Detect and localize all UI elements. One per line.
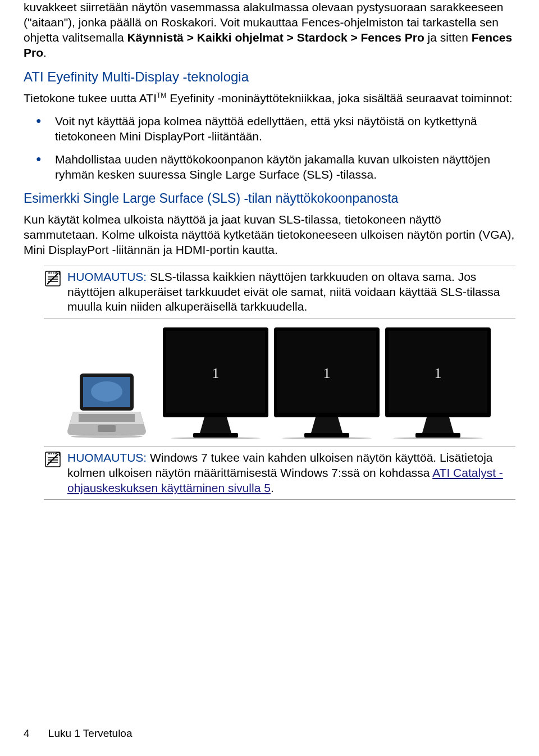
note-label-1: HUOMAUTUS: — [67, 270, 147, 283]
svg-point-3 — [91, 381, 122, 402]
sls-paragraph: Kun käytät kolmea ulkoista näyttöä ja ja… — [24, 212, 515, 258]
chapter-label: Luku 1 Tervetuloa — [48, 727, 133, 739]
page-footer: 4 Luku 1 Tervetuloa — [24, 727, 133, 740]
tech-text-b: Eyefinity -moninäyttötekniikkaa, joka si… — [166, 92, 512, 104]
svg-point-18 — [393, 438, 483, 439]
monitor-label: 1 — [435, 365, 442, 381]
intro-paragraph: kuvakkeet siirretään näytön vasemmassa a… — [24, 0, 515, 61]
svg-rect-13 — [304, 433, 349, 438]
tech-paragraph: Tietokone tukee uutta ATITM Eyefinity -m… — [24, 91, 515, 106]
note-icon — [44, 270, 62, 288]
monitor-3: 1 — [384, 326, 492, 439]
svg-rect-17 — [415, 433, 460, 438]
intro-text-mid: ja sitten — [424, 31, 472, 44]
note-text-2b: . — [271, 481, 274, 494]
svg-point-6 — [71, 435, 143, 438]
note-block-1: HUOMAUTUS: SLS-tilassa kaikkien näyttöje… — [44, 266, 515, 319]
bullet-item-1: Voit nyt käyttää jopa kolmea näyttöä ede… — [24, 114, 515, 144]
monitors-group: 1 1 1 — [162, 326, 492, 439]
images-row: 1 1 1 — [67, 326, 515, 439]
tech-text-a: Tietokone tukee uutta ATI — [24, 92, 157, 104]
intro-text-end: . — [43, 46, 47, 59]
feature-bullet-list: Voit nyt käyttää jopa kolmea näyttöä ede… — [24, 114, 515, 183]
monitor-label: 1 — [212, 365, 220, 381]
monitor-label: 1 — [323, 365, 331, 381]
page-number: 4 — [24, 727, 30, 739]
bullet-item-2: Mahdollistaa uuden näyttökokoonpanon käy… — [24, 152, 515, 183]
note-icon — [44, 450, 62, 468]
svg-rect-5 — [98, 425, 116, 432]
note-block-2: HUOMAUTUS: Windows 7 tukee vain kahden u… — [44, 447, 515, 500]
laptop-image — [67, 371, 146, 439]
monitor-1: 1 — [162, 326, 270, 439]
monitor-2: 1 — [273, 326, 381, 439]
svg-point-10 — [171, 438, 261, 439]
note-label-2: HUOMAUTUS: — [67, 451, 147, 464]
svg-rect-9 — [193, 433, 238, 438]
svg-rect-4 — [79, 414, 135, 422]
heading-ati-eyefinity: ATI Eyefinity Multi-Display -teknologia — [24, 69, 515, 86]
intro-bold-1: Käynnistä > Kaikki ohjelmat > Stardock >… — [127, 31, 424, 44]
svg-point-14 — [282, 438, 372, 439]
heading-sls-example: Esimerkki Single Large Surface (SLS) -ti… — [24, 190, 515, 207]
trademark-symbol: TM — [157, 92, 166, 99]
